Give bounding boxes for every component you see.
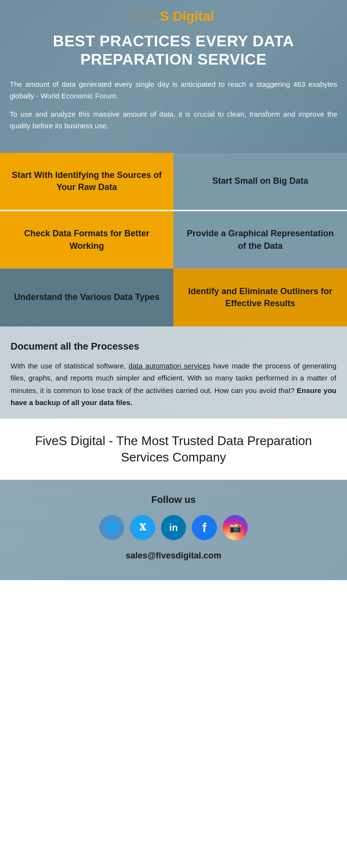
tagline-section: FiveS Digital - The Most Trusted Data Pr… (0, 419, 347, 480)
globe-icon[interactable]: 🌐 (99, 515, 124, 540)
grid-item-big-data: Start Small on Big Data (212, 175, 308, 187)
grid-cell-right-top: Start Small on Big Data Provide a Graphi… (174, 153, 347, 269)
linkedin-icon[interactable]: in (161, 515, 186, 540)
grid-cell-left-top: Start With Identifying the Sources of Yo… (0, 153, 174, 269)
social-icons-container: 🌐 𝕏 in f 📸 (10, 515, 337, 540)
logo: FiveS Digital (10, 9, 337, 24)
grid-section: Start With Identifying the Sources of Yo… (0, 153, 347, 326)
instagram-icon[interactable]: 📸 (223, 515, 248, 540)
grid-cell-left-bottom: Understand the Various Data Types (0, 269, 174, 326)
grid-item-formats: Check Data Formats for Better Working (10, 228, 164, 252)
intro-paragraph-2: To use and analyze this massive amount o… (10, 108, 337, 132)
grid-item-sources: Start With Identifying the Sources of Yo… (10, 169, 164, 193)
document-title: Document all the Processes (11, 341, 336, 352)
follow-label: Follow us (10, 494, 337, 505)
intro-paragraph-1: The amount of data generated every singl… (10, 79, 337, 102)
grid-cell-right-bottom: Identify and Eliminate Outliners for Eff… (174, 269, 347, 326)
document-body-before-link: With the use of statistical software, (11, 362, 129, 370)
grid-item-graphical: Provide a Graphical Representation of th… (183, 228, 337, 252)
logo-highlight: S Digital (160, 9, 214, 24)
grid-item-data-types: Understand the Various Data Types (14, 291, 160, 303)
document-link[interactable]: data automation services (129, 362, 211, 370)
tagline-text: FiveS Digital - The Most Trusted Data Pr… (10, 433, 337, 466)
document-body: With the use of statistical software, da… (11, 360, 336, 409)
twitter-icon[interactable]: 𝕏 (130, 515, 155, 540)
facebook-icon[interactable]: f (192, 515, 217, 540)
grid-item-outliners: Identify and Eliminate Outliners for Eff… (183, 285, 337, 310)
follow-section: Follow us 🌐 𝕏 in f 📸 sales@fivesdigital.… (0, 480, 347, 580)
main-title: BEST PRACTICES EVERY DATA PREPARATION SE… (10, 32, 337, 69)
header-section: FiveS Digital BEST PRACTICES EVERY DATA … (0, 0, 347, 153)
email-text[interactable]: sales@fivesdigital.com (10, 551, 337, 561)
document-section: Document all the Processes With the use … (0, 326, 347, 419)
